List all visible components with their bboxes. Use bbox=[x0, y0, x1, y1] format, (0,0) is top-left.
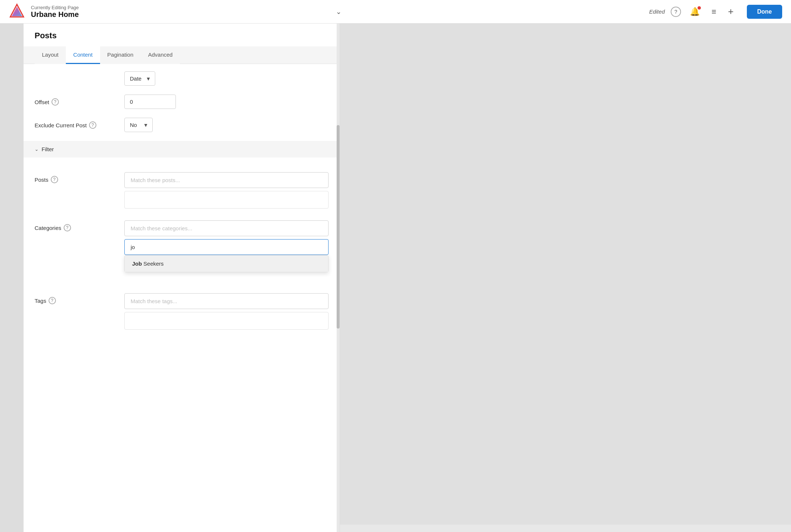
exclude-help-icon[interactable]: ? bbox=[89, 121, 96, 129]
tags-help-icon[interactable]: ? bbox=[49, 297, 56, 304]
tags-filter-row: Tags ? bbox=[35, 293, 329, 333]
help-icon[interactable]: ? bbox=[671, 7, 681, 17]
exclude-current-post-row: Exclude Current Post ? No Yes ▼ bbox=[35, 118, 329, 132]
exclude-current-post-control: No Yes ▼ bbox=[124, 118, 329, 132]
offset-control bbox=[124, 95, 329, 109]
list-icon[interactable]: ≡ bbox=[712, 7, 716, 17]
bottom-scrollbar[interactable] bbox=[340, 525, 791, 532]
tags-filter-label: Tags ? bbox=[35, 293, 116, 304]
panel-title: Posts bbox=[35, 31, 329, 40]
add-icon[interactable]: + bbox=[728, 6, 734, 17]
sort-select[interactable]: Date bbox=[124, 71, 155, 86]
main-layout: Posts Layout Content Pagination Advanced… bbox=[0, 24, 791, 532]
tags-filter-control bbox=[124, 293, 329, 333]
sort-by-control: Date ▼ bbox=[124, 71, 329, 86]
sort-by-label bbox=[35, 71, 116, 75]
panel-body: Date ▼ Offset ? Exclude C bbox=[24, 64, 340, 532]
sort-by-row: Date ▼ bbox=[35, 71, 329, 86]
categories-filter-row: Categories ? Job Seekers bbox=[35, 220, 329, 255]
left-preview-stub bbox=[0, 24, 24, 532]
exclude-current-post-label: Exclude Current Post ? bbox=[35, 118, 116, 129]
sort-select-wrapper: Date ▼ bbox=[124, 71, 155, 86]
filter-section-header[interactable]: ⌄ Filter bbox=[24, 141, 340, 157]
posts-filter-control bbox=[124, 172, 329, 212]
tab-advanced[interactable]: Advanced bbox=[141, 46, 180, 64]
categories-search-input[interactable] bbox=[124, 239, 329, 255]
posts-filter-row: Posts ? bbox=[35, 172, 329, 212]
page-info: Currently Editing Page Urbane Home bbox=[31, 5, 327, 19]
tab-layout[interactable]: Layout bbox=[35, 46, 66, 64]
notifications-bell[interactable]: 🔔 bbox=[690, 7, 700, 17]
categories-filter-control: Job Seekers bbox=[124, 220, 329, 255]
offset-help-icon[interactable]: ? bbox=[52, 98, 59, 106]
tab-pagination[interactable]: Pagination bbox=[100, 46, 141, 64]
exclude-select[interactable]: No Yes bbox=[124, 118, 153, 132]
page-name: Urbane Home bbox=[31, 10, 327, 19]
page-dropdown-icon[interactable]: ⌄ bbox=[336, 8, 341, 16]
suggestion-rest-part: Seekers bbox=[142, 260, 164, 267]
posts-help-icon[interactable]: ? bbox=[51, 176, 58, 183]
posts-filter-label: Posts ? bbox=[35, 172, 116, 183]
tags-filter-input[interactable] bbox=[124, 293, 329, 309]
panel-scrollbar[interactable] bbox=[337, 24, 340, 532]
exclude-select-wrapper: No Yes ▼ bbox=[124, 118, 153, 132]
tags-filter-empty-area bbox=[124, 312, 329, 330]
offset-row: Offset ? bbox=[35, 95, 329, 109]
done-button[interactable]: Done bbox=[747, 5, 782, 19]
tab-content[interactable]: Content bbox=[66, 46, 100, 64]
scrollbar-thumb bbox=[337, 125, 340, 329]
panel-header: Posts Layout Content Pagination Advanced bbox=[24, 24, 340, 64]
panel-tabs: Layout Content Pagination Advanced bbox=[24, 46, 340, 64]
header: Currently Editing Page Urbane Home ⌄ Edi… bbox=[0, 0, 791, 24]
notification-dot bbox=[698, 6, 701, 10]
categories-suggestion-dropdown: Job Seekers bbox=[124, 255, 329, 272]
editing-label: Currently Editing Page bbox=[31, 5, 327, 10]
right-preview-area bbox=[340, 24, 791, 532]
offset-label: Offset ? bbox=[35, 95, 116, 106]
suggestion-item-job-seekers[interactable]: Job Seekers bbox=[125, 255, 328, 272]
posts-filter-empty-area bbox=[124, 191, 329, 209]
posts-filter-input[interactable] bbox=[124, 172, 329, 188]
categories-match-input[interactable] bbox=[124, 220, 329, 236]
categories-filter-label: Categories ? bbox=[35, 220, 116, 231]
settings-panel: Posts Layout Content Pagination Advanced… bbox=[24, 24, 340, 532]
categories-help-icon[interactable]: ? bbox=[64, 224, 71, 231]
suggestion-bold-part: Job bbox=[132, 260, 142, 267]
edited-status: Edited bbox=[649, 8, 665, 15]
filter-label: Filter bbox=[42, 146, 54, 152]
filter-chevron-icon: ⌄ bbox=[35, 146, 39, 152]
app-logo bbox=[9, 3, 25, 21]
offset-input[interactable] bbox=[124, 95, 176, 109]
